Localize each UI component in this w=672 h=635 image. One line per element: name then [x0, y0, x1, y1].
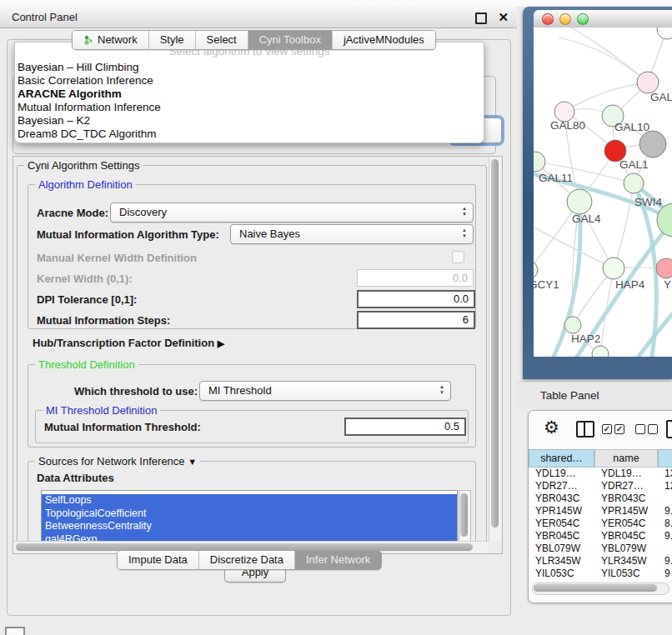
algorithm-option-bayesian-hill-climbing[interactable]: Bayesian – Hill Climbing: [15, 61, 484, 74]
algorithm-option-list: Bayesian – Hill ClimbingBasic Correlatio…: [15, 61, 484, 141]
algorithm-definition-title: Algorithm Definition: [35, 178, 136, 191]
table-cell: YIL053C: [529, 568, 594, 580]
network-node[interactable]: [657, 28, 672, 39]
network-icon: [83, 35, 93, 45]
control-panel-tabbar: NetworkStyleSelectCyni ToolboxjActiveMNo…: [72, 30, 436, 50]
attribute-item-topologicalcoefficient[interactable]: TopologicalCoefficient: [42, 508, 457, 521]
aracne-mode-combobox[interactable]: Discovery ▲▼: [110, 202, 474, 222]
table-horizontal-scroll-thumb[interactable]: [534, 584, 657, 592]
close-traffic-light-icon[interactable]: [542, 13, 554, 25]
network-edge[interactable]: [559, 38, 648, 82]
manual-kernel-width-label: Manual Kernel Width Definition: [37, 252, 197, 264]
tab-jactivemnodules[interactable]: jActiveMNodules: [332, 31, 435, 49]
table-horizontal-scrollbar[interactable]: [532, 582, 669, 595]
dpi-tolerance-field[interactable]: 0.0: [357, 290, 475, 308]
attribute-item-betweennesscentrality[interactable]: BetweennessCentrality: [42, 520, 457, 533]
combo-arrows-icon: ▲▼: [462, 206, 467, 218]
unchecked-checkbox-icon[interactable]: [635, 424, 645, 434]
mi-steps-field[interactable]: 6: [357, 311, 475, 329]
table-cell: [658, 492, 672, 505]
algorithm-option-aracne-algorithm[interactable]: ARACNE Algorithm: [15, 88, 484, 101]
attributes-list-scroll-thumb[interactable]: [460, 493, 468, 537]
network-node[interactable]: [639, 131, 666, 158]
tab-style[interactable]: Style: [148, 31, 195, 49]
network-node-gal11[interactable]: [534, 152, 545, 172]
minimize-traffic-light-icon[interactable]: [559, 13, 571, 25]
new-table-icon[interactable]: [666, 420, 672, 438]
algorithm-option-basic-correlation-inference[interactable]: Basic Correlation Inference: [15, 74, 484, 88]
algorithm-option-bayesian-k2[interactable]: Bayesian – K2: [15, 114, 484, 128]
table-row[interactable]: YDR27…YDR27…12: [529, 480, 672, 492]
table-row[interactable]: YIL053CYIL053C9: [529, 568, 672, 580]
settings-vertical-scroll-thumb[interactable]: [491, 159, 499, 528]
hub-tf-definition-label[interactable]: Hub/Transcription Factor Definition ▶: [33, 337, 224, 349]
docked-panel-icon[interactable]: [5, 627, 25, 635]
sources-title[interactable]: Sources for Network Inference ▼: [35, 455, 200, 468]
network-node-gal4[interactable]: [567, 189, 592, 214]
collapsed-arrow-icon: ▶: [218, 338, 224, 348]
table-cell: YBR043C: [529, 492, 594, 505]
network-node-hap4[interactable]: [603, 258, 624, 279]
node-label-gcy1: GCY1: [534, 278, 559, 291]
table-cell: YLR345W: [529, 555, 594, 568]
algorithm-option-dream8-dc-tdc-algorithm[interactable]: Dream8 DC_TDC Algorithm: [15, 128, 484, 141]
table-row[interactable]: YER054CYER054C8.: [529, 518, 672, 530]
network-node-gcy1[interactable]: [534, 261, 538, 279]
tab-select[interactable]: Select: [195, 31, 248, 49]
table-cell: YER054C: [594, 518, 658, 530]
network-graph[interactable]: GALGAL80GAL10GAL1GAL11SWI4GAL4GCY1HAP4YH…: [534, 28, 672, 357]
checked-checkbox-icon[interactable]: ✓: [614, 424, 624, 434]
bottom-tab-impute-data[interactable]: Impute Data: [118, 551, 198, 569]
network-edge[interactable]: [563, 28, 648, 82]
node-label-swi4: SWI4: [634, 196, 662, 208]
mi-algorithm-type-combobox[interactable]: Naive Bayes ▲▼: [230, 224, 474, 244]
manual-kernel-width-checkbox[interactable]: [452, 251, 464, 263]
network-node-hap2[interactable]: [564, 317, 581, 333]
bottom-tab-infer-network[interactable]: Infer Network: [294, 551, 381, 569]
column-header-name[interactable]: name: [594, 449, 658, 468]
network-node[interactable]: [592, 346, 609, 357]
table-row[interactable]: YLR345WYLR345W9.: [529, 555, 672, 568]
node-label-y: Y: [664, 278, 671, 291]
aracne-mode-label: Aracne Mode:: [37, 207, 108, 219]
unchecked-checkbox-icon[interactable]: [648, 424, 658, 434]
zoom-traffic-light-icon[interactable]: [577, 13, 589, 25]
table-row[interactable]: YBR043CYBR043C: [529, 492, 672, 505]
table-row[interactable]: YPR145WYPR145W9.: [529, 505, 672, 518]
mi-threshold-field[interactable]: 0.5: [344, 418, 466, 436]
network-view-window[interactable]: GALGAL80GAL10GAL1GAL11SWI4GAL4GCY1HAP4YH…: [523, 7, 672, 379]
tab-cyni-toolbox[interactable]: Cyni Toolbox: [248, 31, 332, 49]
network-canvas[interactable]: GALGAL80GAL10GAL1GAL11SWI4GAL4GCY1HAP4YH…: [534, 28, 672, 357]
node-label-gal: GAL: [650, 91, 672, 103]
column-header-shared[interactable]: shared…: [529, 449, 594, 468]
attribute-item-selfloops[interactable]: SelfLoops: [42, 494, 457, 508]
tab-label: jActiveMNodules: [344, 31, 424, 49]
mi-threshold-definition-group: MI Threshold Definition Mutual Informati…: [35, 410, 469, 443]
network-node-y[interactable]: [656, 258, 672, 278]
table-cell: YBR043C: [594, 492, 658, 505]
float-window-icon[interactable]: [475, 12, 487, 24]
column-layout-icon[interactable]: [576, 421, 594, 438]
bottom-tab-discretize-data[interactable]: Discretize Data: [198, 551, 294, 569]
table-row[interactable]: YBL079WYBL079W: [529, 542, 672, 555]
tab-network[interactable]: Network: [73, 31, 148, 49]
network-node[interactable]: [624, 173, 644, 193]
close-window-icon[interactable]: ✕: [498, 8, 509, 27]
gear-icon[interactable]: ⚙: [544, 418, 559, 438]
algorithm-option-mutual-information-inference[interactable]: Mutual Information Inference: [15, 101, 484, 114]
checked-checkbox-icon[interactable]: ✓: [602, 424, 612, 434]
network-window-titlebar[interactable]: [534, 10, 672, 28]
table-cell: 13: [658, 468, 672, 480]
which-threshold-combobox[interactable]: MI Threshold ▲▼: [199, 381, 451, 401]
network-node-swi4[interactable]: [657, 203, 672, 237]
table-cell: YLR345W: [594, 555, 658, 568]
table-row[interactable]: YDL19…YDL19…13: [529, 468, 672, 480]
table-header-row: shared…name: [529, 449, 672, 468]
kernel-width-field[interactable]: 0.0: [357, 269, 474, 287]
table-cell: YPR145W: [529, 505, 594, 518]
table-row[interactable]: YBR045CYBR045C9.: [529, 530, 672, 542]
node-label-gal11: GAL11: [539, 172, 573, 184]
column-header-partial[interactable]: [658, 449, 672, 468]
settings-scrollpane: Cyni Algorithm Settings Algorithm Defini…: [13, 156, 503, 554]
settings-vertical-scrollbar[interactable]: [489, 157, 501, 541]
